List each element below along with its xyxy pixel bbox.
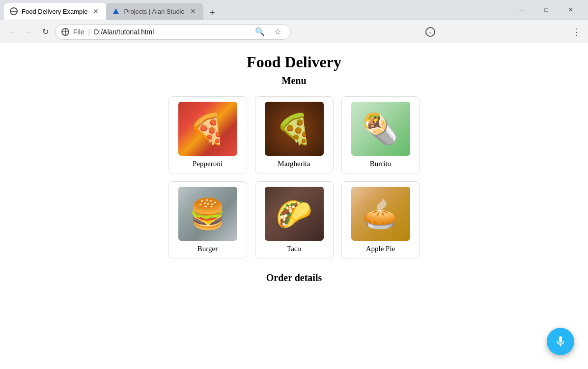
new-tab-button[interactable]: + xyxy=(205,6,219,20)
food-image-taco xyxy=(265,187,324,241)
address-bar: ← → ↻ File | D:/Alan/tutorial.html 🔍 ☆ ⌄… xyxy=(0,20,588,43)
globe-icon xyxy=(10,7,18,15)
search-icon[interactable]: 🔍 xyxy=(253,25,267,39)
food-label-burrito: Burrito xyxy=(370,160,391,168)
food-image-margherita xyxy=(265,102,324,156)
food-label-burger: Burger xyxy=(197,245,218,253)
menu-item-burrito[interactable]: Burrito xyxy=(341,96,420,173)
browser-chrome: Food Delivery Example ✕ Projects | Alan … xyxy=(0,0,588,43)
food-image-pepperoni xyxy=(178,102,237,156)
tab-close-alan-studio[interactable]: ✕ xyxy=(189,7,197,16)
url-security-icon xyxy=(61,28,69,36)
food-image-burger xyxy=(178,187,237,241)
chrome-menu-button[interactable]: ⋮ xyxy=(569,25,583,39)
food-label-applepie: Apple Pie xyxy=(366,245,395,253)
maximize-button[interactable]: □ xyxy=(535,2,558,18)
microphone-fab[interactable] xyxy=(547,328,574,355)
toolbar-icons: ⌄ xyxy=(425,27,435,37)
url-protocol: File xyxy=(73,28,84,36)
alan-favicon xyxy=(112,7,120,15)
url-bar[interactable]: File | D:/Alan/tutorial.html 🔍 ☆ xyxy=(55,24,291,40)
food-label-taco: Taco xyxy=(287,245,301,253)
order-heading: Order details xyxy=(266,272,322,284)
food-label-pepperoni: Pepperoni xyxy=(193,160,223,168)
microphone-icon xyxy=(554,335,567,348)
window-controls: — □ ✕ xyxy=(510,2,584,18)
bookmark-icon[interactable]: ☆ xyxy=(271,25,284,39)
url-separator: | xyxy=(88,28,90,36)
tab-title-food-delivery: Food Delivery Example xyxy=(22,8,87,15)
menu-item-margherita[interactable]: Margherita xyxy=(255,96,334,173)
menu-item-taco[interactable]: Taco xyxy=(255,181,334,258)
menu-grid: Pepperoni Margherita Burrito Burger Taco… xyxy=(168,96,420,258)
menu-item-burger[interactable]: Burger xyxy=(168,181,247,258)
download-icon[interactable]: ⌄ xyxy=(425,27,435,37)
menu-heading: Menu xyxy=(282,75,307,86)
svg-marker-0 xyxy=(113,8,119,14)
url-text: D:/Alan/tutorial.html xyxy=(94,28,249,36)
menu-item-applepie[interactable]: Apple Pie xyxy=(341,181,420,258)
back-button[interactable]: ← xyxy=(5,25,19,39)
globe-favicon xyxy=(10,7,18,15)
page-title: Food Delivery xyxy=(247,53,341,71)
food-label-margherita: Margherita xyxy=(278,160,310,168)
reload-button[interactable]: ↻ xyxy=(38,25,52,39)
minimize-button[interactable]: — xyxy=(510,2,533,18)
forward-button[interactable]: → xyxy=(22,25,35,39)
tab-title-alan-studio: Projects | Alan Studio xyxy=(124,8,184,15)
food-image-burrito xyxy=(351,102,410,156)
tab-food-delivery[interactable]: Food Delivery Example ✕ xyxy=(4,3,106,20)
title-bar: Food Delivery Example ✕ Projects | Alan … xyxy=(0,0,588,20)
menu-item-pepperoni[interactable]: Pepperoni xyxy=(168,96,247,173)
page-content: Food Delivery Menu Pepperoni Margherita … xyxy=(0,43,588,369)
tabs-area: Food Delivery Example ✕ Projects | Alan … xyxy=(4,0,510,20)
close-button[interactable]: ✕ xyxy=(560,2,582,18)
tab-alan-studio[interactable]: Projects | Alan Studio ✕ xyxy=(106,3,203,20)
tab-close-food-delivery[interactable]: ✕ xyxy=(91,7,100,16)
food-image-applepie xyxy=(351,187,410,241)
